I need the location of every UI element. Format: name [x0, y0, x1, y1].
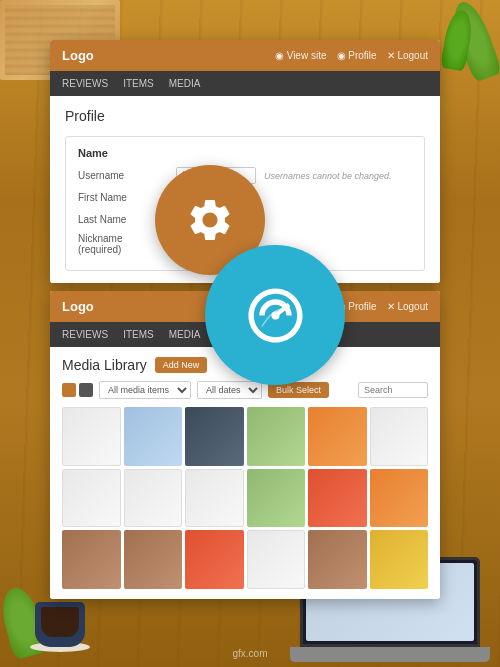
dashboard-circle: [205, 245, 345, 385]
gear-icon: [185, 195, 235, 245]
media-thumb-5[interactable]: [308, 407, 367, 466]
media-thumb-10[interactable]: [247, 469, 306, 528]
all-media-select[interactable]: All media items: [99, 381, 191, 399]
grid-view-icon[interactable]: [62, 383, 76, 397]
logo-bottom: Logo: [62, 299, 94, 314]
media-thumb-3[interactable]: [185, 407, 244, 466]
media-thumb-9[interactable]: [185, 469, 244, 528]
profile-link-top[interactable]: ◉ Profile: [337, 50, 377, 61]
media-thumb-6[interactable]: [370, 407, 429, 466]
header-links-top: ◉ View site ◉ Profile ✕ Logout: [275, 50, 428, 61]
nav-reviews-top[interactable]: REVIEWS: [62, 76, 108, 91]
logout-link-top[interactable]: ✕ Logout: [387, 50, 428, 61]
dashboard-circle-overlay: [205, 245, 345, 385]
media-thumb-7[interactable]: [62, 469, 121, 528]
media-thumb-1[interactable]: [62, 407, 121, 466]
nav-items-top[interactable]: ITEMS: [123, 76, 154, 91]
watermark: gfx.com: [232, 648, 267, 659]
media-thumbnail-grid: [62, 407, 428, 589]
add-new-button[interactable]: Add New: [155, 357, 208, 373]
nav-media-top[interactable]: MEDIA: [169, 76, 201, 91]
nav-items-bottom[interactable]: ITEMS: [123, 327, 154, 342]
media-thumb-16[interactable]: [247, 530, 306, 589]
dashboard-icon: [243, 283, 308, 348]
media-thumb-4[interactable]: [247, 407, 306, 466]
media-thumb-18[interactable]: [370, 530, 429, 589]
nav-media-bottom[interactable]: MEDIA: [169, 327, 201, 342]
logo-top: Logo: [62, 48, 94, 63]
media-thumb-11[interactable]: [308, 469, 367, 528]
username-hint: Usernames cannot be changed.: [264, 171, 392, 181]
nav-reviews-bottom[interactable]: REVIEWS: [62, 327, 108, 342]
media-thumb-15[interactable]: [185, 530, 244, 589]
media-search-input[interactable]: [358, 382, 428, 398]
list-view-icon[interactable]: [79, 383, 93, 397]
form-section-name: Name: [78, 147, 412, 159]
media-thumb-17[interactable]: [308, 530, 367, 589]
media-thumb-8[interactable]: [124, 469, 183, 528]
media-thumb-13[interactable]: [62, 530, 121, 589]
media-library-title: Media Library: [62, 357, 147, 373]
top-card-header: Logo ◉ View site ◉ Profile ✕ Logout: [50, 40, 440, 71]
media-thumb-14[interactable]: [124, 530, 183, 589]
media-thumb-12[interactable]: [370, 469, 429, 528]
logout-link-bottom[interactable]: ✕ Logout: [387, 301, 428, 312]
profile-page-title: Profile: [65, 108, 425, 124]
view-icons: [62, 383, 93, 397]
view-site-link-top[interactable]: ◉ View site: [275, 50, 327, 61]
media-thumb-2[interactable]: [124, 407, 183, 466]
top-nav: REVIEWS ITEMS MEDIA: [50, 71, 440, 96]
